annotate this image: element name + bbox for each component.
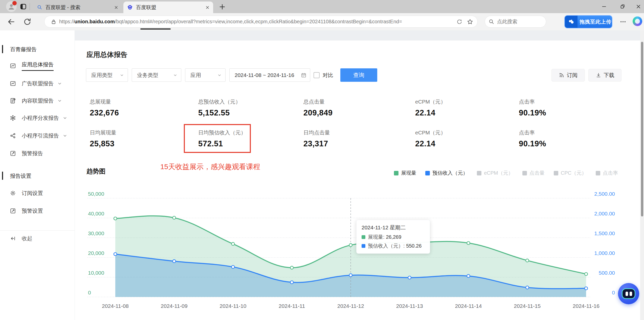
left-axis-tick: 50,000 [88,191,104,197]
left-axis-tick: 10,000 [88,270,104,276]
browser-tab-search[interactable]: 百度联盟 - 搜索 [33,2,122,13]
stat-value: 22.14 [415,139,511,148]
copilot-button[interactable] [633,16,642,26]
stat-label: 日均展现量 [90,129,186,136]
refresh-button[interactable] [23,17,32,26]
calendar-icon [301,72,306,78]
page-header-strip [75,30,640,41]
sidebar-item-0[interactable]: 应用总体报告 [0,60,75,72]
robot-face-icon [622,288,635,299]
download-icon [596,72,601,78]
sidebar-item-2[interactable]: 内容联盟报告 [0,95,75,107]
close-icon[interactable] [205,5,210,10]
stat-value: 232,676 [90,108,186,117]
x-axis-tick: 2024-11-10 [220,303,247,309]
stat-value: 25,853 [90,139,186,148]
compare-option[interactable]: 对比 [314,68,333,82]
data-point[interactable] [114,253,117,256]
assistant-robot-button[interactable] [618,283,639,304]
copilot-icon [635,19,640,24]
sidebar-item-1[interactable]: 广告联盟报告 [0,77,75,90]
sidebar-collapse-button[interactable]: 收起 [0,232,75,245]
data-point[interactable] [349,274,352,277]
upload-drop-badge[interactable]: 拖拽至此上传 [564,15,612,28]
search-icon [488,19,495,25]
profile-avatar[interactable] [6,1,17,12]
stat-label: 点击率 [519,98,615,105]
x-axis-tick: 2024-11-12 [337,303,364,309]
data-point[interactable] [173,216,176,219]
stat-card: 总展现量 232,676 [90,98,186,117]
sidebar-item-5[interactable]: 预警报告 [0,147,75,159]
data-point[interactable] [585,272,588,275]
x-axis-tick: 2024-11-08 [102,303,129,309]
app-select[interactable]: 应用 [185,68,226,82]
sidebar-item-4[interactable]: 小程序引流报告 [0,130,75,142]
quick-search-box[interactable]: 点此搜索 [485,16,546,28]
url-bar[interactable]: https://union.baidu.com/bqt/appco.html#/… [44,16,478,28]
tooltip-row: 展现量: 26,269 [362,234,425,241]
data-point[interactable] [290,281,293,284]
data-point[interactable] [114,217,117,220]
compare-label: 对比 [323,72,333,79]
stat-card: eCPM（元） 22.14 [415,98,511,117]
sidebar-setting-0[interactable]: 订阅设置 [0,187,75,199]
query-button[interactable]: 查询 [340,68,377,82]
data-point[interactable] [232,265,235,268]
minimize-button[interactable] [596,0,612,13]
data-point[interactable] [467,274,470,277]
new-tab-button[interactable] [218,3,227,11]
translate-icon[interactable] [456,18,463,25]
restore-button[interactable] [614,0,631,13]
data-point[interactable] [290,266,293,269]
date-range-picker[interactable]: 2024-11-08 ~ 2024-11-16 [229,68,310,82]
compare-checkbox[interactable] [314,72,320,78]
plus-icon [218,3,227,11]
chevron-down-icon [217,73,222,77]
download-button[interactable]: 下载 [588,69,621,82]
sidebar-item-3[interactable]: 小程序分发报告 [0,112,75,124]
sidebar-item-label: 小程序引流报告 [22,132,59,139]
tab-workspaces-button[interactable] [19,3,27,10]
close-icon[interactable] [114,5,118,10]
data-point[interactable] [467,242,470,245]
subscribe-button[interactable]: 订阅 [551,69,585,82]
data-point[interactable] [173,260,176,263]
data-point[interactable] [585,287,588,290]
favorite-star-icon[interactable] [467,18,473,25]
x-axis-tick: 2024-11-09 [161,303,188,309]
stat-label: 总展现量 [90,98,186,105]
close-window-button[interactable] [630,0,644,13]
sidebar-setting-1[interactable]: 预警设置 [0,205,75,217]
app-type-select[interactable]: 应用类型 [86,68,128,82]
data-point[interactable] [526,286,529,289]
highlight-box [184,124,251,153]
url-text[interactable]: https://union.baidu.com/bqt/appco.html#/… [59,19,452,25]
browser-titlebar: 百度联盟 - 搜索 du 百度联盟 [0,0,644,13]
scrollbar-thumb[interactable] [641,42,643,216]
biz-type-select[interactable]: 业务类型 [132,68,181,82]
share-icon [10,132,16,139]
browser-toolbar: https://union.baidu.com/bqt/appco.html#/… [0,13,644,31]
page-scrollbar[interactable] [640,30,644,320]
page-title: 应用总体报告 [86,50,127,59]
rss-icon [559,72,564,78]
stat-card: eCPM（元） 22.14 [415,129,511,148]
browser-tab-active[interactable]: du 百度联盟 [123,2,213,13]
data-point[interactable] [526,259,529,262]
right-axis-tick: 2,000.00 [594,211,615,216]
stat-label: 总点击量 [303,98,399,105]
x-axis-tick: 2024-11-15 [514,303,541,309]
flag-icon [10,150,16,157]
back-button[interactable] [7,17,16,26]
trend-chart[interactable]: 0010,000500.0020,0001,000.0030,0001,500.… [75,172,640,320]
stat-label: 日均点击量 [303,129,399,136]
data-point[interactable] [232,242,235,245]
data-point[interactable] [349,244,352,247]
doc-icon [10,97,16,104]
titlebar-divider [30,3,30,10]
data-point[interactable] [408,276,411,279]
left-axis-tick: 0 [88,290,91,295]
browser-menu-button[interactable] [618,17,628,26]
lock-icon [51,19,57,25]
